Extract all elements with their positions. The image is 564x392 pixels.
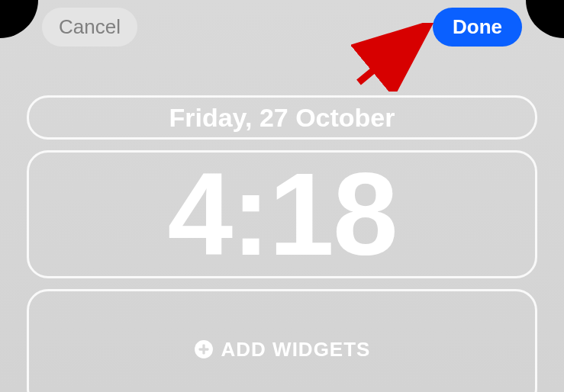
add-widgets-label: ADD WIDGETS bbox=[221, 338, 371, 361]
content-area: Friday, 27 October 4:18 ADD WIDGETS bbox=[27, 95, 537, 392]
add-widgets-panel[interactable]: ADD WIDGETS bbox=[27, 289, 537, 392]
done-button[interactable]: Done bbox=[433, 8, 522, 47]
time-text: 4:18 bbox=[167, 156, 396, 273]
time-panel[interactable]: 4:18 bbox=[27, 150, 537, 278]
svg-rect-4 bbox=[198, 348, 208, 350]
plus-circle-icon bbox=[194, 339, 214, 359]
date-text: Friday, 27 October bbox=[169, 103, 395, 133]
cancel-button[interactable]: Cancel bbox=[42, 8, 137, 47]
date-panel[interactable]: Friday, 27 October bbox=[27, 95, 537, 140]
lockscreen-editor: Cancel Done Friday, 27 October 4:18 bbox=[0, 0, 564, 392]
top-bar: Cancel Done bbox=[0, 8, 564, 47]
